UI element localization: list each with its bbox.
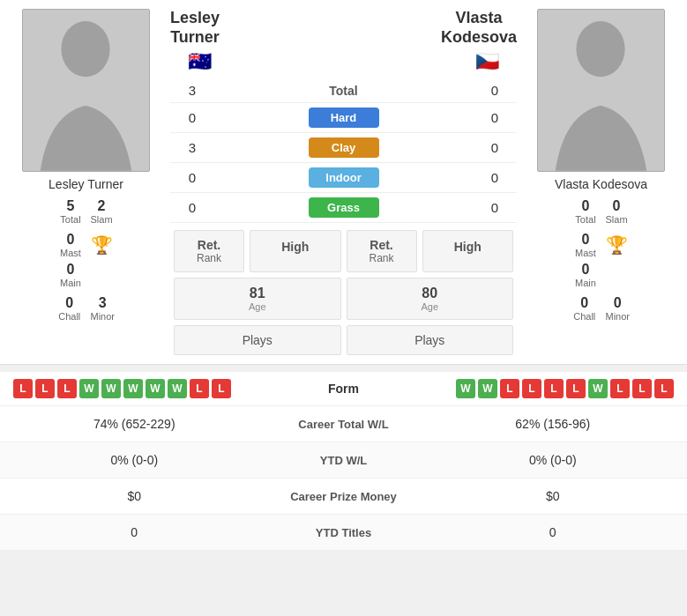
surface-indoor-left: 0 (179, 170, 205, 185)
surface-grass-row: 0 Grass 0 (170, 193, 517, 223)
right-trophy-icon: 🏆 (606, 234, 628, 256)
right-rank-value: Ret. (363, 238, 400, 252)
form-label: Form (291, 382, 397, 396)
left-total-cell: 5 Total (59, 198, 81, 225)
left-player-card: Lesley Turner 5 Total 2 Slam 0 Mast 🏆 (9, 9, 163, 355)
surface-indoor-row: 0 Indoor 0 (170, 163, 517, 193)
right-plays-label: Plays (414, 333, 444, 347)
surface-indoor-badge: Indoor (309, 167, 379, 188)
surface-rows: 3 Total 0 0 Hard 0 3 Clay 0 0 (170, 78, 517, 223)
right-stats-grid3: 0 Chall 0 Minor (572, 295, 630, 322)
right-rank-label: Rank (363, 252, 400, 264)
form-badge-l: L (544, 379, 564, 398)
career-wl-left: 74% (652-229) (13, 417, 256, 431)
titles-right: 0 (432, 525, 675, 539)
surface-hard-right: 0 (482, 110, 508, 125)
form-badge-l: L (35, 379, 55, 398)
left-stats-grid3: 0 Chall 3 Minor (57, 295, 115, 322)
form-badge-w: W (478, 379, 497, 398)
flags-row: 🇦🇺 🇨🇿 (170, 50, 517, 73)
right-age-cell: 80 Age (347, 278, 514, 320)
right-minor-cell: 0 Minor (606, 295, 631, 322)
left-stats-grid2: 0 Mast 🏆 0 Main (60, 232, 113, 288)
left-high-cell: High (250, 230, 341, 272)
form-badge-w: W (456, 379, 475, 398)
form-badge-w: W (123, 379, 143, 398)
prize-row: $0 Career Prize Money $0 (0, 479, 687, 515)
left-age-label: Age (190, 301, 325, 312)
left-trophy-icon: 🏆 (91, 234, 113, 256)
left-total-label: Total (60, 214, 80, 225)
names-row: Lesley Turner Vlasta Kodesova (170, 9, 517, 47)
svg-point-1 (61, 21, 109, 77)
form-badge-w: W (101, 379, 121, 398)
right-age-label: Age (363, 301, 497, 312)
right-player-name: Vlasta Kodesova (555, 177, 647, 191)
right-minor-value: 0 (614, 295, 622, 311)
surface-clay-badge: Clay (309, 137, 379, 158)
svg-point-3 (576, 21, 624, 77)
form-row: LLLWWWWWLL Form WWLLLLWLLL (0, 372, 687, 406)
surface-total-left: 3 (179, 83, 205, 98)
form-badges-left: LLLWWWWWLL (13, 379, 286, 398)
career-wl-right: 62% (156-96) (432, 417, 675, 431)
left-minor-label: Minor (91, 311, 116, 322)
right-main-cell: 0 Main (575, 262, 597, 288)
right-total-cell: 0 Total (574, 198, 596, 225)
age-row: 81 Age 80 Age (170, 278, 517, 320)
left-rank-value: Ret. (190, 238, 228, 252)
right-slam-label: Slam (606, 214, 628, 225)
left-name-center: Lesley Turner (170, 9, 220, 47)
prize-label: Career Prize Money (256, 490, 432, 503)
main-container: Lesley Turner 5 Total 2 Slam 0 Mast 🏆 (0, 0, 687, 551)
left-high-label: High (266, 240, 325, 254)
form-badge-w: W (168, 379, 187, 398)
right-player-avatar (537, 9, 665, 172)
ytd-wl-left: 0% (0-0) (13, 453, 256, 467)
surface-clay-left: 3 (179, 140, 205, 155)
surface-hard-row: 0 Hard 0 (170, 103, 517, 133)
ytd-wl-label: YTD W/L (256, 454, 432, 467)
right-rank-cell: Ret. Rank (347, 230, 417, 272)
form-badge-l: L (190, 379, 209, 398)
right-chall-label: Chall (573, 311, 595, 322)
left-slam-cell: 2 Slam (91, 198, 113, 225)
left-chall-label: Chall (58, 311, 80, 322)
left-slam-label: Slam (91, 214, 113, 225)
right-high-cell: High (422, 230, 514, 272)
left-minor-value: 3 (99, 295, 107, 311)
career-wl-label: Career Total W/L (256, 418, 432, 431)
left-main-label: Main (60, 278, 81, 288)
right-main-value: 0 (582, 262, 590, 278)
left-mast-value: 0 (67, 232, 75, 248)
form-badge-w: W (588, 379, 608, 398)
form-badge-l: L (632, 379, 652, 398)
right-slam-cell: 0 Slam (606, 198, 628, 225)
right-chall-value: 0 (580, 295, 588, 311)
form-badge-l: L (566, 379, 586, 398)
prize-right: $0 (432, 489, 675, 503)
left-chall-value: 0 (65, 295, 73, 311)
right-total-label: Total (575, 214, 595, 225)
titles-left: 0 (13, 525, 256, 539)
form-badge-w: W (79, 379, 99, 398)
ytd-wl-row: 0% (0-0) YTD W/L 0% (0-0) (0, 442, 687, 479)
right-high-label: High (439, 240, 497, 254)
right-flag: 🇨🇿 (475, 50, 499, 73)
surface-clay-right: 0 (482, 140, 508, 155)
form-badge-l: L (13, 379, 33, 398)
left-mast-label: Mast (60, 248, 81, 258)
left-plays-label: Plays (243, 333, 273, 347)
left-plays-cell: Plays (174, 325, 341, 355)
right-mast-cell: 0 Mast (575, 232, 597, 258)
left-age-cell: 81 Age (174, 278, 341, 320)
left-rank-cell: Ret. Rank (174, 230, 244, 272)
right-plays-cell: Plays (347, 325, 514, 355)
right-minor-label: Minor (606, 311, 631, 322)
right-total-value: 0 (582, 198, 590, 214)
plays-row: Plays Plays (170, 325, 517, 355)
surface-total-row: 3 Total 0 (170, 78, 517, 103)
middle-section: Lesley Turner Vlasta Kodesova 🇦🇺 🇨🇿 3 To… (170, 9, 517, 355)
right-stats-grid: 0 Total 0 Slam (574, 198, 627, 225)
form-badge-l: L (654, 379, 674, 398)
